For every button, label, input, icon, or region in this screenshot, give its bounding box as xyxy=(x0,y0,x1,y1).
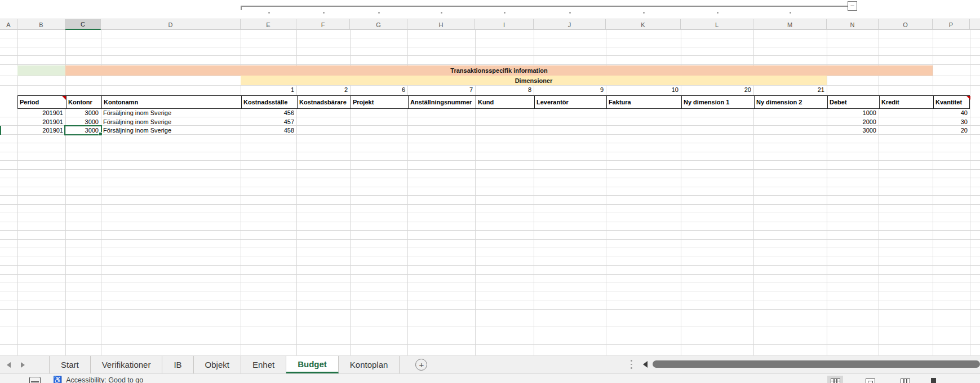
table-cell[interactable]: 201901 xyxy=(19,118,63,127)
column-header-I[interactable]: I xyxy=(475,19,534,30)
next-sheet-arrow[interactable] xyxy=(21,362,25,368)
sheet-tab-kontoplan[interactable]: Kontoplan xyxy=(339,356,400,373)
green-highlight-cell[interactable] xyxy=(17,65,65,76)
column-header-P[interactable]: P xyxy=(933,19,970,30)
row-selection-indicator xyxy=(0,126,1,135)
outline-level-dot xyxy=(790,12,791,14)
comment-indicator xyxy=(62,96,66,100)
table-row: 2019013000Försäljning inom Sverige456100… xyxy=(0,109,980,118)
column-header-M[interactable]: M xyxy=(753,19,827,30)
column-header-L[interactable]: L xyxy=(681,19,753,30)
dimension-number: 20 xyxy=(682,86,751,95)
table-cell[interactable]: 20 xyxy=(934,126,968,135)
table-cell[interactable]: 1000 xyxy=(828,109,876,118)
outline-level-dot xyxy=(323,12,325,14)
view-page-break-button[interactable] xyxy=(897,376,913,383)
dimension-number: 9 xyxy=(535,86,604,95)
status-bar: ♿ Accessibility: Good to go xyxy=(0,373,980,383)
dimension-number: 8 xyxy=(476,86,531,95)
table-header-row: PeriodKontonrKontonamnKostnadsställeKost… xyxy=(17,95,970,109)
table-header-cell[interactable]: Kostnadsbärare xyxy=(297,96,351,108)
dimensions-banner: Dimensioner xyxy=(241,76,827,85)
view-page-layout-button[interactable] xyxy=(862,376,878,383)
column-header-E[interactable]: E xyxy=(241,19,296,30)
table-cell[interactable]: 201901 xyxy=(19,109,63,118)
column-header-F[interactable]: F xyxy=(296,19,350,30)
table-header-cell[interactable]: Kund xyxy=(476,96,534,108)
column-header-H[interactable]: H xyxy=(407,19,475,30)
sheet-tab-objekt[interactable]: Objekt xyxy=(194,356,241,373)
table-cell[interactable]: Försäljning inom Sverige xyxy=(103,109,240,118)
selected-cell-outline[interactable] xyxy=(64,125,102,135)
fill-handle[interactable] xyxy=(99,132,103,136)
accessibility-icon: ♿ xyxy=(53,376,62,383)
table-cell[interactable]: 457 xyxy=(242,118,294,127)
table-header-cell[interactable]: Kvantitet xyxy=(933,96,970,108)
outline-level-dot xyxy=(643,12,645,14)
accessibility-status[interactable]: ♿ Accessibility: Good to go xyxy=(53,376,143,383)
table-cell[interactable]: Försäljning inom Sverige xyxy=(103,126,240,135)
table-header-cell[interactable]: Leverantör xyxy=(534,96,606,108)
column-header-G[interactable]: G xyxy=(350,19,407,30)
table-header-cell[interactable]: Ny dimension 1 xyxy=(681,96,754,108)
comment-indicator xyxy=(966,96,970,100)
table-cell[interactable]: 201901 xyxy=(19,126,63,135)
table-header-cell[interactable]: Kontonr xyxy=(66,96,101,108)
table-header-cell[interactable]: Kredit xyxy=(879,96,933,108)
dimension-number: 7 xyxy=(409,86,473,95)
scroll-left-arrow[interactable] xyxy=(643,361,648,368)
sheet-tab-verifikationer[interactable]: Verifikationer xyxy=(91,356,163,373)
outline-collapse-button[interactable]: − xyxy=(848,1,857,11)
table-cell[interactable]: 456 xyxy=(242,109,294,118)
dimension-number: 6 xyxy=(351,86,405,95)
view-normal-button[interactable] xyxy=(827,376,843,383)
table-cell[interactable]: 2000 xyxy=(828,118,876,127)
table-row: 2019013000Försäljning inom Sverige458300… xyxy=(0,126,980,135)
table-cell[interactable]: 40 xyxy=(934,109,968,118)
table-header-cell[interactable]: Period xyxy=(18,96,66,108)
accessibility-label: Accessibility: Good to go xyxy=(66,376,143,383)
table-cell[interactable]: 3000 xyxy=(66,109,99,118)
sheet-tab-start[interactable]: Start xyxy=(50,356,91,373)
table-cell[interactable]: Försäljning inom Sverige xyxy=(103,118,240,127)
column-header-C[interactable]: C xyxy=(65,19,101,30)
table-cell[interactable]: 458 xyxy=(242,126,294,135)
column-header-B[interactable]: B xyxy=(17,19,65,30)
sheet-tab-enhet[interactable]: Enhet xyxy=(241,356,286,373)
horizontal-scrollbar-thumb[interactable] xyxy=(653,360,980,368)
column-header-J[interactable]: J xyxy=(534,19,606,30)
table-header-cell[interactable]: Anställningsnummer xyxy=(408,96,476,108)
tab-bar-splitter[interactable] xyxy=(631,360,633,371)
table-header-cell[interactable]: Faktura xyxy=(606,96,681,108)
column-header-K[interactable]: K xyxy=(606,19,681,30)
table-header-cell[interactable]: Ny dimension 2 xyxy=(754,96,827,108)
dimension-number: 10 xyxy=(607,86,679,95)
keyboard-icon xyxy=(29,377,41,383)
sheet-tab-ib[interactable]: IB xyxy=(162,356,193,373)
table-header-cell[interactable]: Projekt xyxy=(351,96,408,108)
sheet-tab-budget[interactable]: Budget xyxy=(286,356,339,373)
outline-level-dot xyxy=(569,12,571,14)
table-cell[interactable]: 30 xyxy=(934,118,968,127)
table-row: 2019013000Försäljning inom Sverige457200… xyxy=(0,118,980,127)
add-sheet-button[interactable]: + xyxy=(415,359,427,371)
outline-level-dot xyxy=(717,12,719,14)
column-header-N[interactable]: N xyxy=(827,19,879,30)
table-header-cell[interactable]: Debet xyxy=(827,96,879,108)
dimension-number: 2 xyxy=(298,86,348,95)
outline-level-dot xyxy=(441,12,442,14)
transaction-info-banner: Transaktionsspecifik information xyxy=(65,65,933,76)
column-header-A[interactable]: A xyxy=(0,19,17,30)
dimension-number: 21 xyxy=(755,86,824,95)
outline-level-dot xyxy=(378,12,380,14)
zoom-slider-fragment[interactable] xyxy=(931,378,936,383)
gridline xyxy=(0,85,980,86)
column-header-O[interactable]: O xyxy=(879,19,933,30)
table-header-cell[interactable]: Kostnadsställe xyxy=(241,96,297,108)
table-header-cell[interactable]: Kontonamn xyxy=(101,96,241,108)
column-header-D[interactable]: D xyxy=(101,19,241,30)
table-cell[interactable]: 3000 xyxy=(828,126,876,135)
dimension-number: 1 xyxy=(242,86,294,95)
spreadsheet: − ABCDEFGHIJKLMNOP Transaktionsspecifik … xyxy=(0,0,980,383)
prev-sheet-arrow[interactable] xyxy=(7,362,11,368)
